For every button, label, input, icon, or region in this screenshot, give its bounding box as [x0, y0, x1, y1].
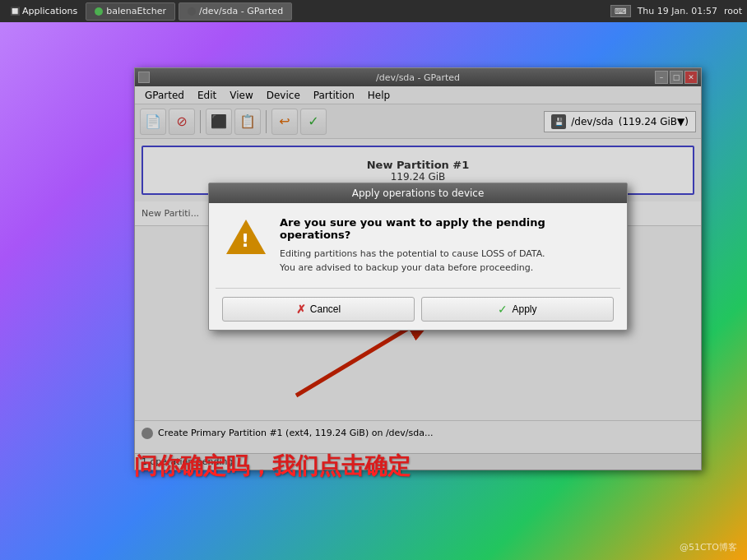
taskbar-right: ⌨ Thu 19 Jan. 01:57 root [610, 5, 742, 17]
apply-icon: ✓ [498, 303, 508, 316]
taskbar: Applications balenaEtcher /dev/sda - GPa… [0, 0, 747, 22]
dialog-titlebar: Apply operations to device [209, 183, 627, 203]
taskbar-user: root [724, 6, 742, 16]
warning-triangle [226, 220, 266, 254]
warning-icon [225, 216, 267, 257]
gparted-window: /dev/sda - GParted – □ ✕ GParted Edit Vi… [134, 67, 702, 470]
taskbar-tab-gparted[interactable]: /dev/sda - GParted [179, 2, 292, 21]
tab-dot-etcher [95, 7, 103, 16]
apps-label: Applications [22, 6, 77, 16]
apply-label: Apply [512, 303, 536, 315]
cancel-label: Cancel [310, 303, 341, 315]
desktop: /dev/sda - GParted – □ ✕ GParted Edit Vi… [0, 22, 747, 560]
apply-button[interactable]: ✓ Apply [421, 297, 614, 322]
taskbar-time: Thu 19 Jan. 01:57 [638, 6, 717, 16]
dialog-overlay: Apply operations to device Are you sure … [135, 68, 701, 470]
dialog: Apply operations to device Are you sure … [208, 183, 628, 331]
cancel-button[interactable]: ✗ Cancel [222, 297, 415, 322]
tab-dot-gparted [188, 7, 196, 16]
cancel-icon: ✗ [296, 303, 306, 316]
dialog-text-area: Are you sure you want to apply the pendi… [280, 216, 610, 275]
dialog-warning-text: Editing partitions has the potential to … [280, 248, 610, 275]
tab-etcher-label: balenaEtcher [106, 6, 166, 16]
tab-gparted-label: /dev/sda - GParted [199, 6, 283, 16]
watermark: @51CTO博客 [680, 541, 737, 553]
dialog-body: Are you sure you want to apply the pendi… [209, 203, 627, 288]
taskbar-tab-etcher[interactable]: balenaEtcher [86, 2, 175, 21]
taskbar-apps-menu[interactable]: Applications [5, 4, 82, 18]
dialog-question: Are you sure you want to apply the pendi… [280, 216, 610, 241]
dialog-title: Apply operations to device [352, 187, 485, 199]
keyboard-icon: ⌨ [610, 5, 630, 17]
dialog-buttons: ✗ Cancel ✓ Apply [209, 289, 627, 330]
